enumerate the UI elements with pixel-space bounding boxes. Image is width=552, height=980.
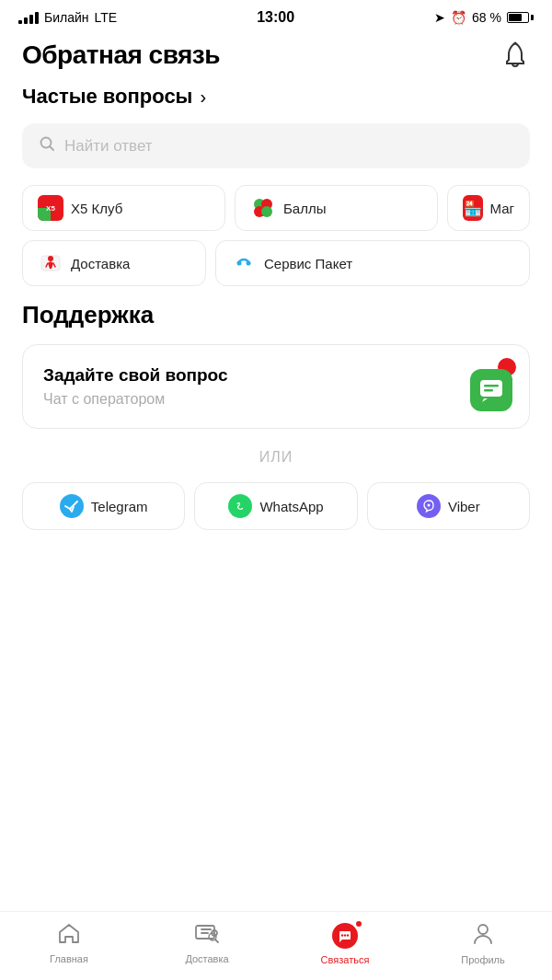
category-shop[interactable]: 🏪 Маг (447, 185, 530, 231)
messenger-row: Telegram WhatsApp Viber (0, 482, 552, 530)
notifications-button[interactable] (500, 40, 530, 70)
status-left: Билайн LTE (18, 10, 117, 25)
telegram-button[interactable]: Telegram (22, 482, 185, 530)
chat-subtitle: Чат с оператором (43, 391, 509, 408)
nav-home[interactable]: Главная (37, 922, 101, 964)
network-type: LTE (95, 10, 118, 25)
chat-bubble-icon (470, 369, 512, 411)
category-service[interactable]: Сервис Пакет (215, 240, 530, 286)
faq-section: Частые вопросы › Найти ответ X5 X5 Клуб (0, 85, 552, 286)
svg-point-1 (41, 138, 52, 148)
battery-percent: 68 % (472, 10, 501, 25)
telegram-label: Telegram (91, 499, 148, 514)
bottom-nav: Главная Доставка (0, 911, 552, 980)
chat-title: Задайте свой вопрос (43, 365, 509, 386)
chat-card[interactable]: Задайте свой вопрос Чат с оператором (22, 344, 530, 429)
nav-profile[interactable]: Профиль (451, 921, 515, 965)
signal-bars (18, 12, 39, 24)
time-label: 13:00 (257, 9, 294, 26)
balls-label: Баллы (283, 201, 326, 216)
support-title: Поддержка (22, 301, 530, 329)
svg-rect-13 (484, 389, 493, 392)
carrier-label: Билайн (44, 10, 89, 25)
contact-badge (354, 919, 363, 928)
whatsapp-button[interactable]: WhatsApp (194, 482, 357, 530)
svg-point-8 (48, 256, 53, 261)
search-box[interactable]: Найти ответ (22, 123, 530, 168)
faq-chevron: › (200, 86, 206, 108)
whatsapp-icon (228, 494, 252, 518)
svg-rect-11 (480, 380, 502, 397)
svg-point-23 (341, 934, 343, 936)
svg-point-25 (347, 934, 349, 936)
categories-row-2: Доставка Сервис Пакет (22, 240, 530, 286)
svg-point-0 (514, 42, 517, 45)
svg-rect-12 (484, 385, 499, 387)
svg-line-21 (215, 940, 218, 942)
svg-point-6 (261, 206, 272, 217)
delivery-nav-icon (194, 922, 220, 950)
support-section: Поддержка Задайте свой вопрос Чат с опер… (0, 301, 552, 466)
svg-point-26 (478, 925, 488, 934)
home-icon (57, 922, 81, 950)
contact-icon-wrap (330, 921, 360, 951)
svg-point-10 (247, 261, 251, 266)
profile-icon (471, 921, 495, 951)
nav-delivery[interactable]: Доставка (175, 922, 239, 964)
delivery-nav-label: Доставка (185, 953, 228, 964)
category-balls[interactable]: Баллы (235, 185, 438, 231)
whatsapp-label: WhatsApp (259, 499, 323, 514)
shop-label: Маг (490, 201, 514, 216)
svg-point-15 (427, 504, 430, 507)
category-x5club[interactable]: X5 X5 Клуб (22, 185, 225, 231)
status-bar: Билайн LTE 13:00 ➤ ⏰ 68 % (0, 0, 552, 31)
status-right: ➤ ⏰ 68 % (434, 10, 534, 25)
nav-contact[interactable]: Связаться (313, 921, 377, 965)
page-header: Обратная связь (0, 31, 552, 85)
profile-label: Профиль (461, 954, 505, 965)
viber-icon (417, 494, 441, 518)
battery-icon (507, 12, 534, 23)
contact-label: Связаться (321, 954, 370, 965)
svg-line-2 (51, 147, 54, 151)
or-divider: ИЛИ (22, 449, 530, 466)
home-label: Главная (50, 953, 88, 964)
svg-point-14 (235, 501, 246, 512)
location-icon: ➤ (434, 10, 445, 25)
search-placeholder: Найти ответ (64, 137, 153, 156)
delivery-label: Доставка (71, 256, 130, 271)
viber-button[interactable]: Viber (367, 482, 530, 530)
viber-label: Viber (448, 499, 480, 514)
category-delivery[interactable]: Доставка (22, 240, 206, 286)
page-title: Обратная связь (22, 40, 220, 70)
telegram-icon (60, 494, 84, 518)
x5club-label: X5 Клуб (71, 201, 122, 216)
faq-title[interactable]: Частые вопросы › (22, 85, 530, 109)
categories-row-1: X5 X5 Клуб Баллы 🏪 Маг (22, 185, 530, 231)
svg-point-9 (237, 261, 242, 266)
service-label: Сервис Пакет (264, 256, 352, 271)
svg-point-24 (344, 934, 346, 936)
search-icon (39, 135, 55, 156)
alarm-icon: ⏰ (451, 10, 466, 25)
